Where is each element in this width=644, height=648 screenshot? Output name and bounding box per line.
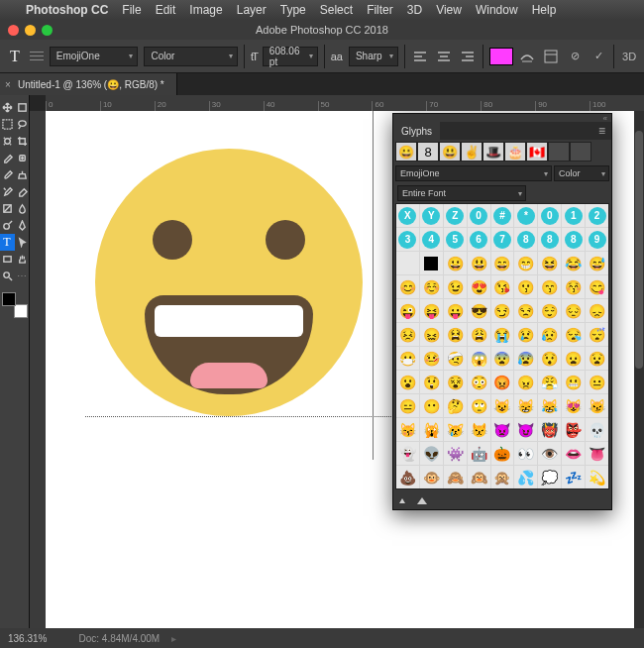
menu-3d[interactable]: 3D [407,3,422,17]
type-tool[interactable]: T [0,234,15,251]
recent-glyph[interactable]: 😃 [439,142,461,162]
recent-glyph[interactable]: 😀 [395,142,417,162]
glyph-cell[interactable]: 😸 [514,394,537,417]
glyph-cell[interactable]: 😄 [491,252,514,274]
glyph-cell[interactable]: 👁️ [538,442,561,465]
glyph-cell[interactable]: 😶 [420,394,443,417]
glyph-cell[interactable]: # [491,204,514,227]
glyph-cell[interactable]: 8 [538,228,561,251]
glyph-cell[interactable]: 👅 [586,442,608,465]
glyph-cell[interactable]: 2 [586,204,608,227]
glyph-cell[interactable]: 😎 [468,299,490,322]
glyph-cell[interactable]: 😨 [491,347,514,370]
glyph-cell[interactable]: 😧 [586,347,608,370]
glyph-cell[interactable]: 😝 [420,299,443,322]
glyphs-panel[interactable]: « Glyphs ≡ 😀 8 😃 ✌️ 🎩 🎂 🇨🇦 [392,113,612,510]
glyph-cell[interactable]: 😴 [586,323,608,346]
glyph-cell[interactable]: 🙄 [468,394,490,417]
menu-help[interactable]: Help [532,3,557,17]
glyph-cell[interactable]: 🤖 [468,442,490,465]
glyph-cell[interactable]: 😥 [538,323,561,346]
glyph-cell[interactable]: 😒 [514,299,537,322]
glyph-cell[interactable]: 👺 [562,418,585,441]
dodge-tool[interactable] [0,217,15,234]
canvas[interactable]: « Glyphs ≡ 😀 8 😃 ✌️ 🎩 🎂 🇨🇦 [46,111,634,628]
edit-toolbar[interactable]: ⋯ [15,268,30,284]
glyph-cell[interactable]: 😣 [396,323,419,346]
glyph-cell[interactable]: 😍 [468,275,490,298]
orientation-toggle-icon[interactable] [30,48,44,65]
text-color-swatch[interactable] [489,48,513,65]
clone-stamp-tool[interactable] [15,166,30,183]
glyph-cell[interactable]: 🎃 [491,442,514,465]
foreground-background-colors[interactable] [2,292,28,318]
glyph-cell[interactable]: 😼 [586,394,608,417]
glyph-cell[interactable]: 👿 [491,418,514,441]
glyph-cell[interactable]: 😀 [444,252,467,274]
app-name[interactable]: Photoshop CC [26,3,108,17]
doc-size[interactable]: Doc: 4.84M/4.00M [78,633,160,644]
glyph-cell[interactable]: 😵 [444,371,467,393]
glyph-cell[interactable]: X [396,204,419,227]
zoom-tool[interactable] [0,268,15,284]
glyph-cell[interactable]: 9 [586,228,608,251]
glyph-cell[interactable]: 😈 [514,418,537,441]
glyph-style-dropdown[interactable]: Color [554,165,609,181]
glyph-cell[interactable]: 🐵 [420,466,443,488]
font-size-dropdown[interactable]: 608.06 pt [263,47,318,66]
glyph-cell[interactable]: 😢 [514,323,537,346]
glyph-cell[interactable]: 👻 [396,442,419,465]
quick-select-tool[interactable] [0,133,15,150]
menu-type[interactable]: Type [280,3,306,17]
glyph-cell[interactable]: 😡 [491,371,514,393]
commit-button[interactable]: ✓ [590,48,607,65]
recent-glyph[interactable]: 🎂 [504,142,526,162]
glyph-cell[interactable]: 😉 [444,275,467,298]
glyph-cell[interactable]: 😪 [562,323,585,346]
align-center-button[interactable] [435,48,453,65]
menu-file[interactable]: File [122,3,141,17]
glyph-cell[interactable]: Z [444,204,467,227]
glyph-cell[interactable]: 4 [420,228,443,251]
glyph-cell[interactable] [420,252,443,274]
glyph-cell[interactable]: 7 [491,228,514,251]
glyph-cell[interactable]: 😿 [444,418,467,441]
glyphs-tab[interactable]: Glyphs [393,122,440,140]
glyph-cell[interactable]: 1 [562,204,585,227]
glyph-cell[interactable]: 😑 [396,394,419,417]
glyph-cell[interactable]: 😙 [538,275,561,298]
glyph-cell[interactable]: 👀 [514,442,537,465]
status-arrow-icon[interactable]: ▸ [171,633,176,644]
glyph-cell[interactable]: 😁 [514,252,537,274]
scrollbar-thumb[interactable] [635,131,643,369]
glyph-cell[interactable]: 😳 [468,371,490,393]
glyph-cell[interactable]: ☺️ [420,275,443,298]
menu-layer[interactable]: Layer [237,3,267,17]
glyph-cell[interactable]: 👄 [562,442,585,465]
antialias-dropdown[interactable]: Sharp [349,47,398,66]
type-tool-icon[interactable]: T [6,48,24,65]
glyph-cell[interactable] [396,252,419,274]
glyph-cell[interactable]: 💫 [586,466,608,488]
glyph-cell[interactable]: 🙈 [444,466,467,488]
menu-filter[interactable]: Filter [367,3,393,17]
glyph-font-dropdown[interactable]: EmojiOne [395,165,552,181]
glyph-cell[interactable]: 😮 [396,371,419,393]
eraser-tool[interactable] [15,183,30,200]
glyph-cell[interactable]: 👹 [538,418,561,441]
character-panel-button[interactable] [542,48,560,65]
foreground-color[interactable] [2,292,16,306]
glyph-cell[interactable]: 💀 [586,418,608,441]
glyph-cell[interactable]: 8 [514,228,537,251]
glyph-cell[interactable]: 8 [562,228,585,251]
path-select-tool[interactable] [15,234,30,251]
glyph-cell[interactable]: 💤 [562,466,585,488]
glyph-cell[interactable]: 🙉 [468,466,490,488]
glyph-cell[interactable]: 💦 [514,466,537,488]
glyph-cell[interactable]: 😦 [562,347,585,370]
zoom-level[interactable]: 136.31% [8,633,47,644]
glyph-cell[interactable]: 😚 [562,275,585,298]
vertical-ruler[interactable] [30,111,46,628]
glyph-cell[interactable]: 😜 [396,299,419,322]
glyph-cell[interactable]: 😘 [491,275,514,298]
